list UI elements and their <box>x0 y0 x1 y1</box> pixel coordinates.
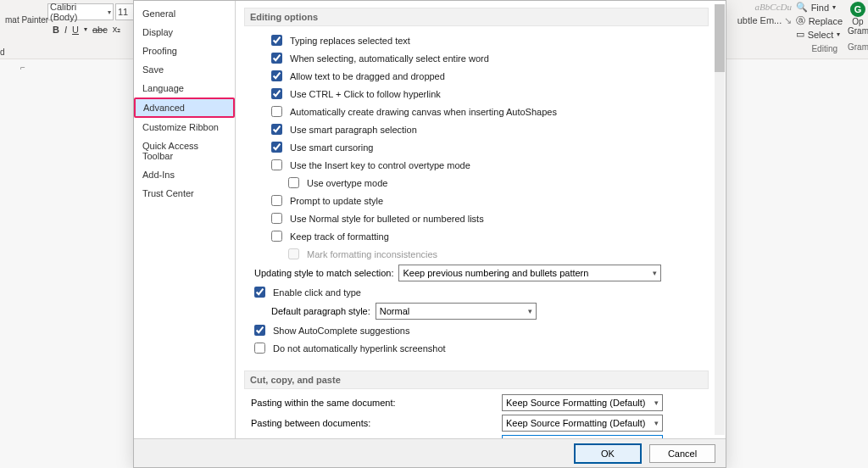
section-cut-copy-paste: Cut, copy, and paste <box>244 370 709 389</box>
checkbox[interactable] <box>271 88 282 99</box>
paste-label: Pasting within the same document: <box>251 394 497 411</box>
find-button[interactable]: 🔍Find ▾ <box>796 2 843 13</box>
cancel-button[interactable]: Cancel <box>649 444 715 463</box>
chevron-down-icon: ▾ <box>654 419 659 427</box>
checkbox <box>288 248 299 259</box>
chevron-down-icon: ▾ <box>528 307 532 315</box>
ruler-marker: ⌐ <box>20 63 25 72</box>
checkbox[interactable] <box>271 53 282 64</box>
grammarly-icon[interactable]: G <box>850 2 865 17</box>
ok-button[interactable]: OK <box>575 444 641 463</box>
updating-style-label: Updating style to match selection: <box>254 268 393 278</box>
options-dialog: GeneralDisplayProofingSaveLanguageAdvanc… <box>133 0 726 468</box>
section-editing-options: Editing options <box>244 8 709 26</box>
checkbox[interactable] <box>271 70 282 81</box>
paste-label: Pasting between documents: <box>251 415 497 432</box>
checkbox[interactable] <box>271 35 282 46</box>
option-use-overtype-mode[interactable]: Use overtype mode <box>281 174 709 192</box>
nav-save[interactable]: Save <box>134 60 235 79</box>
nav-advanced[interactable]: Advanced <box>134 98 235 118</box>
paste-label: Pasting between documents when style def… <box>251 435 497 438</box>
replace-button[interactable]: ⓐReplace <box>796 14 843 27</box>
strike-button[interactable]: abc <box>92 25 108 35</box>
underline-button[interactable]: U <box>72 25 79 35</box>
chevron-down-icon: ▾ <box>653 269 657 277</box>
checkbox[interactable] <box>271 195 282 206</box>
paste-select[interactable]: Keep Source Formatting (Default)▾ <box>502 394 663 411</box>
font-size-value: 11 <box>118 7 128 17</box>
grammarly-group: G Op Gramm Gram <box>848 2 868 52</box>
option-use-smart-paragraph-selection[interactable]: Use smart paragraph selection <box>264 120 709 138</box>
option-use-the-insert-key-to-control-overtype-m[interactable]: Use the Insert key to control overtype m… <box>264 156 709 174</box>
nav-quick-access-toolbar[interactable]: Quick Access Toolbar <box>134 136 235 165</box>
checkbox[interactable] <box>271 159 282 170</box>
updating-style-select[interactable]: Keep previous numbering and bullets patt… <box>398 265 661 281</box>
chevron-down-icon: ▾ <box>837 31 840 38</box>
options-content: Editing options Typing replaces selected… <box>236 1 714 438</box>
scrollbar-thumb[interactable] <box>715 4 725 72</box>
nav-proofing[interactable]: Proofing <box>134 42 235 60</box>
vertical-scrollbar[interactable] <box>715 4 725 435</box>
format-painter-label: mat Painter <box>5 15 48 25</box>
option-use-smart-cursoring[interactable]: Use smart cursoring <box>264 138 709 156</box>
paste-options-grid: Pasting within the same document:Keep So… <box>251 394 709 438</box>
font-name-combo[interactable]: Calibri (Body)▾ <box>47 3 114 20</box>
no-hyperlink-checkbox[interactable] <box>254 343 265 354</box>
checkbox[interactable] <box>271 231 282 242</box>
nav-customize-ribbon[interactable]: Customize Ribbon <box>134 118 235 136</box>
font-name-value: Calibri (Body) <box>50 2 104 22</box>
option-allow-text-to-be-dragged-and-dropped[interactable]: Allow text to be dragged and dropped <box>264 67 709 85</box>
dialog-launcher-icon[interactable]: ↘ <box>784 15 792 25</box>
paste-select[interactable]: Keep Source Formatting (Default)▾ <box>502 415 663 432</box>
option-prompt-to-update-style[interactable]: Prompt to update style <box>264 192 709 209</box>
checkbox[interactable] <box>288 177 299 188</box>
options-nav: GeneralDisplayProofingSaveLanguageAdvanc… <box>134 1 236 438</box>
chevron-down-icon: ▾ <box>832 3 836 11</box>
option-when-selecting-automatically-select-enti[interactable]: When selecting, automatically select ent… <box>264 49 709 67</box>
select-button[interactable]: ▭Select ▾ <box>796 29 843 40</box>
option-use-ctrl-click-to-follow-hyperlink[interactable]: Use CTRL + Click to follow hyperlink <box>264 85 709 103</box>
styles-preview: aBbCcDu <box>755 2 792 12</box>
editing-group-label: Editing <box>811 44 837 53</box>
default-paragraph-select[interactable]: Normal▾ <box>376 303 537 320</box>
grammarly-label-3: Gram <box>848 42 868 52</box>
clipboard-group-label: d <box>0 47 5 57</box>
paste-select[interactable]: Use Destination Styles (Default)▾ <box>502 435 663 438</box>
select-icon: ▭ <box>796 29 804 40</box>
option-keep-track-of-formatting[interactable]: Keep track of formatting <box>264 227 709 245</box>
enable-click-type-checkbox[interactable] <box>254 287 265 298</box>
checkbox[interactable] <box>271 106 282 117</box>
chevron-down-icon: ▾ <box>654 398 659 407</box>
nav-display[interactable]: Display <box>134 23 235 42</box>
italic-button[interactable]: I <box>64 25 67 35</box>
checkbox[interactable] <box>271 124 282 135</box>
nav-add-ins[interactable]: Add-Ins <box>134 165 235 184</box>
find-icon: 🔍 <box>796 2 808 13</box>
chevron-down-icon: ▾ <box>84 25 87 33</box>
chevron-down-icon: ▾ <box>108 8 111 16</box>
option-automatically-create-drawing-canvas-when[interactable]: Automatically create drawing canvas when… <box>264 103 709 120</box>
editing-group: 🔍Find ▾ ⓐReplace ▭Select ▾ <box>796 2 843 40</box>
checkbox[interactable] <box>271 142 282 153</box>
content-wrap: Editing options Typing replaces selected… <box>236 1 726 438</box>
nav-general[interactable]: General <box>134 4 235 23</box>
option-use-normal-style-for-bulleted-or-numbere[interactable]: Use Normal style for bulleted or numbere… <box>264 209 709 227</box>
subscript-button[interactable]: x₂ <box>113 24 121 35</box>
default-paragraph-label: Default paragraph style: <box>271 306 370 316</box>
updating-style-row: Updating style to match selection: Keep … <box>248 263 709 283</box>
font-group: Calibri (Body)▾ 11 <box>47 3 137 20</box>
enable-click-type[interactable]: Enable click and type <box>248 283 709 301</box>
dialog-body: GeneralDisplayProofingSaveLanguageAdvanc… <box>134 1 726 438</box>
show-autocomplete-checkbox[interactable] <box>254 325 265 336</box>
nav-language[interactable]: Language <box>134 79 235 98</box>
nav-trust-center[interactable]: Trust Center <box>134 184 235 203</box>
checkbox[interactable] <box>271 213 282 224</box>
default-paragraph-row: Default paragraph style: Normal▾ <box>248 301 709 321</box>
show-autocomplete[interactable]: Show AutoComplete suggestions <box>248 321 709 339</box>
option-typing-replaces-selected-text[interactable]: Typing replaces selected text <box>264 31 709 49</box>
no-hyperlink-screenshot[interactable]: Do not automatically hyperlink screensho… <box>248 339 709 357</box>
styles-row-2: ubtle Em... ↘ <box>737 15 792 26</box>
grammarly-label-1: Op <box>848 17 868 26</box>
bold-button[interactable]: B <box>53 25 59 35</box>
option-mark-formatting-inconsistencies: Mark formatting inconsistencies <box>281 245 709 263</box>
